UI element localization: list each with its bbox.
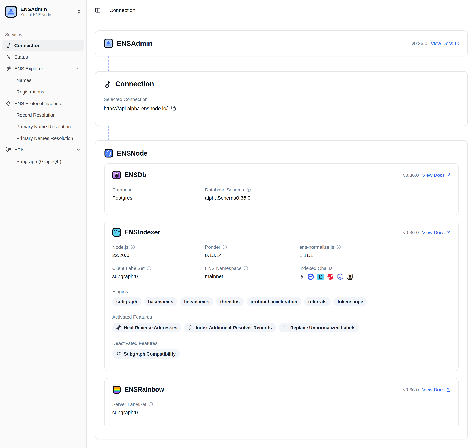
linea-icon: [317, 273, 324, 280]
sidebar: ENSAdmin Select ENSNode Services Connect…: [0, 0, 87, 448]
main-area: Connection ENSAdmin v0.36.0 View Docs: [87, 0, 476, 448]
connection-url: https://api.alpha.ensnode.io/: [104, 105, 168, 111]
ponder-field: Ponder 0.13.14: [205, 244, 299, 258]
sidebar-item-ens-protocol-inspector[interactable]: ENS Protocol Inspector: [2, 98, 84, 109]
app-title: ENSAdmin: [20, 6, 73, 12]
optimism-icon: [327, 273, 334, 280]
sidebar-item-label: ENS Protocol Inspector: [14, 101, 64, 106]
ens-explorer-subgroup: Names Registrations: [10, 75, 84, 97]
version-badge: v0.36.0: [403, 230, 419, 235]
copy-icon[interactable]: [171, 106, 176, 111]
sidebar-item-label: Names: [16, 77, 32, 83]
chevron-down-icon: [76, 66, 81, 71]
topbar: Connection: [87, 0, 476, 20]
feature-chip: Replace Unnormalized Labels: [278, 323, 360, 332]
topbar-divider: [105, 7, 105, 13]
scroll-icon: [347, 273, 354, 280]
sidebar-item-label: Status: [14, 54, 28, 60]
feature-chip: Heal Reverse Addresses: [112, 323, 181, 332]
external-link-icon: [446, 173, 451, 177]
ens-namespace-value: mainnet: [205, 273, 299, 279]
info-icon[interactable]: [148, 402, 153, 407]
ens-normalize-value: 1.11.1: [299, 252, 451, 258]
database-schema-value: alphaSchema0.36.0: [205, 195, 299, 201]
radio-tower-icon: [6, 147, 11, 153]
ensnode-switcher[interactable]: ENSAdmin Select ENSNode: [3, 3, 84, 20]
sidebar-item-names[interactable]: Names: [14, 75, 84, 86]
sidebar-nav: Connection Status ENS Explorer Names Reg…: [0, 40, 86, 167]
sidebar-item-record-resolution[interactable]: Record Resolution: [14, 109, 84, 121]
view-docs-link[interactable]: View Docs: [422, 172, 451, 178]
nodejs-value: 22.20.0: [112, 252, 205, 258]
info-icon[interactable]: [246, 187, 251, 192]
view-docs-link[interactable]: View Docs: [422, 387, 451, 392]
database-field: Database Postgres: [112, 187, 205, 201]
client-labelset-value: subgraph:0: [112, 273, 205, 279]
server-labelset-value: subgraph:0: [112, 409, 205, 415]
ensdb-card: ENSDb v0.36.0 View Docs Database P: [104, 163, 459, 215]
ensadmin-logo-icon: [104, 39, 113, 48]
replace-icon: [283, 325, 288, 330]
ensadmin-app: ENSAdmin Select ENSNode Services Connect…: [0, 0, 476, 448]
ensindexer-logo-icon: [112, 228, 121, 237]
sidebar-item-primary-names-resolution[interactable]: Primary Names Resolution: [14, 133, 84, 144]
view-docs-link[interactable]: View Docs: [422, 230, 451, 235]
external-link-icon: [446, 387, 451, 392]
info-icon[interactable]: [222, 245, 227, 249]
database-schema-field: Database Schema alphaSchema0.36.0: [205, 187, 299, 201]
sidebar-item-registrations[interactable]: Registrations: [14, 86, 84, 97]
ensdb-card-title: ENSDb: [125, 171, 146, 179]
ensadmin-card-title: ENSAdmin: [117, 39, 152, 47]
connector-line: [108, 56, 109, 71]
client-labelset-field: Client LabelSet subgraph:0: [112, 265, 205, 281]
plugins-list: subgraph basenames lineanames threedns p…: [112, 297, 451, 306]
external-link-icon: [455, 41, 459, 46]
services-section-label: Services: [5, 32, 86, 37]
database-value: Postgres: [112, 195, 205, 201]
breadcrumb: Connection: [109, 7, 135, 13]
sidebar-item-connection[interactable]: Connection: [2, 40, 84, 51]
base-icon: [307, 273, 314, 280]
info-icon[interactable]: [130, 245, 135, 249]
activated-features-label: Activated Features: [112, 314, 451, 320]
sidebar-item-apis[interactable]: APIs: [2, 144, 84, 155]
ens-diamond-icon: [6, 101, 11, 106]
activated-features-list: Heal Reverse Addresses Index Additional …: [112, 323, 451, 332]
ensadmin-card: ENSAdmin v0.36.0 View Docs: [95, 30, 468, 56]
nodejs-field: Node.js 22.20.0: [112, 244, 205, 258]
ensnode-logo-icon: [104, 149, 113, 158]
plugin-chip: lineanames: [180, 297, 213, 306]
sidebar-item-label: APIs: [14, 147, 24, 153]
version-badge: v0.36.0: [403, 172, 419, 178]
ensindexer-card-title: ENSIndexer: [125, 229, 160, 236]
sidebar-item-status[interactable]: Status: [2, 52, 84, 63]
chevrons-up-down-icon: [77, 9, 81, 14]
selected-connection-label: Selected Connection: [104, 97, 459, 102]
connection-card-title: Connection: [115, 80, 154, 88]
sidebar-item-label: Connection: [14, 43, 40, 48]
connection-card: Connection Selected Connection https://a…: [95, 71, 468, 126]
sidebar-toggle-icon[interactable]: [95, 7, 101, 13]
protocol-inspector-subgroup: Record Resolution Primary Name Resolutio…: [10, 109, 84, 144]
chevron-down-icon: [76, 147, 81, 152]
sidebar-item-label: Registrations: [16, 89, 44, 95]
sidebar-item-ens-explorer[interactable]: ENS Explorer: [2, 63, 84, 74]
info-icon[interactable]: [244, 266, 248, 270]
server-labelset-field: Server LabelSet subgraph:0: [112, 402, 205, 415]
ens-namespace-field: ENS Namespace mainnet: [205, 265, 299, 281]
plugin-chip: subgraph: [112, 297, 141, 306]
sidebar-item-label: Record Resolution: [16, 112, 56, 118]
indexed-chains-list: [299, 273, 451, 281]
info-icon[interactable]: [147, 266, 151, 270]
scan-search-icon: [116, 351, 121, 356]
sidebar-item-label: Primary Names Resolution: [16, 135, 73, 141]
info-icon[interactable]: [336, 245, 341, 249]
ensrainbow-card: ENSRainbow v0.36.0 View Docs Se: [104, 378, 459, 428]
sidebar-item-subgraph-graphql[interactable]: Subgraph (GraphQL): [14, 156, 84, 167]
ensrainbow-logo-icon: [112, 385, 121, 394]
ensrainbow-card-title: ENSRainbow: [125, 386, 164, 393]
sidebar-item-primary-name-resolution[interactable]: Primary Name Resolution: [14, 121, 84, 132]
view-docs-link[interactable]: View Docs: [431, 40, 459, 46]
plugin-chip: threedns: [216, 297, 244, 306]
plugin-chip: protocol-acceleration: [246, 297, 301, 306]
